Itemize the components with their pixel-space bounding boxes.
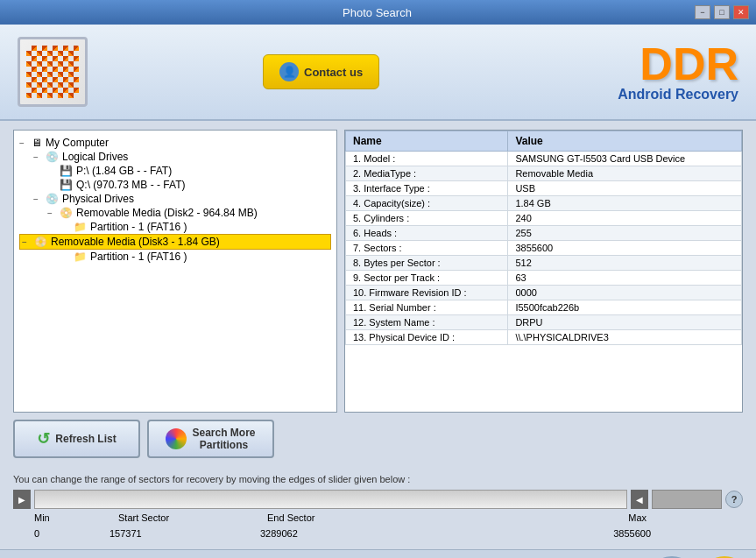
- disk2-partition1-label: Partition - 1 (FAT16 ): [90, 221, 187, 233]
- table-row: 6. Heads :255: [346, 226, 742, 241]
- q-drive-item[interactable]: 💾 Q:\ (970.73 MB - - FAT): [19, 178, 331, 192]
- prop-name: 8. Bytes per Sector :: [346, 256, 508, 271]
- header: 👤 Contact us DDR Android Recovery: [0, 25, 756, 121]
- prop-value: DRPU: [508, 315, 742, 330]
- partition-icon: 📁: [74, 251, 87, 263]
- partition-icon: 📁: [74, 221, 87, 233]
- prop-name: 2. MediaType :: [346, 166, 508, 181]
- expand-icon: −: [33, 152, 42, 162]
- slider-track[interactable]: [34, 490, 627, 509]
- spacer: [47, 180, 56, 190]
- prop-value: \\.\PHYSICALDRIVE3: [508, 330, 742, 345]
- prop-value: 3855600: [508, 241, 742, 256]
- col-name-header: Name: [346, 131, 508, 152]
- contact-icon: 👤: [279, 62, 299, 81]
- refresh-label: Refresh List: [55, 433, 116, 445]
- logical-drives-node[interactable]: − 💿 Logical Drives: [19, 150, 331, 164]
- table-row: 9. Sector per Track :63: [346, 271, 742, 286]
- prop-name: 5. Cylinders :: [346, 211, 508, 226]
- search-partitions-icon: [166, 428, 187, 449]
- spacer: [47, 166, 56, 176]
- prop-name: 10. Firmware Revision ID :: [346, 286, 508, 300]
- table-row: 11. Serial Number :I5500fcab226b: [346, 300, 742, 315]
- properties-table: Name Value 1. Model :SAMSUNG GT-I5503 Ca…: [345, 131, 742, 345]
- search-partitions-button[interactable]: Search More Partitions: [147, 420, 274, 458]
- disk3-partition1[interactable]: 📁 Partition - 1 (FAT16 ): [19, 250, 331, 264]
- prop-value: USB: [508, 181, 742, 196]
- window-title: Photo Search: [60, 6, 695, 19]
- computer-icon: 🖥: [32, 137, 42, 149]
- prop-name: 13. Physical Device ID :: [346, 330, 508, 345]
- drive-icon: 💾: [60, 165, 73, 177]
- refresh-button[interactable]: ↺ Refresh List: [13, 420, 140, 458]
- tree-root-label: My Computer: [46, 137, 109, 149]
- main-content: − 🖥 My Computer − 💿 Logical Drives 💾 P:\…: [0, 121, 756, 467]
- search-partitions-label: Search More Partitions: [192, 427, 255, 451]
- minimize-button[interactable]: −: [695, 5, 710, 19]
- min-value: 0: [34, 528, 39, 539]
- expand-icon: −: [47, 208, 56, 218]
- slider-track-right: [652, 490, 722, 509]
- start-value: 157371: [110, 528, 142, 539]
- table-row: 4. Capacity(size) :1.84 GB: [346, 196, 742, 211]
- slider-labels-row: Min Start Sector End Sector Max: [13, 511, 743, 526]
- prop-name: 11. Serial Number :: [346, 300, 508, 315]
- prop-name: 1. Model :: [346, 152, 508, 166]
- disk3-label: Removable Media (Disk3 - 1.84 GB): [51, 236, 220, 248]
- disk3-partition1-label: Partition - 1 (FAT16 ): [90, 251, 187, 263]
- table-row: 3. Interface Type :USB: [346, 181, 742, 196]
- slider-row: ▶ ◀ ?: [13, 490, 743, 509]
- panels: − 🖥 My Computer − 💿 Logical Drives 💾 P:\…: [13, 130, 743, 413]
- min-label: Min: [34, 512, 50, 523]
- p-drive-label: P:\ (1.84 GB - - FAT): [76, 165, 172, 177]
- prop-value: SAMSUNG GT-I5503 Card USB Device: [508, 152, 742, 166]
- prop-name: 7. Sectors :: [346, 241, 508, 256]
- ddr-logo-text: DDR: [618, 41, 738, 87]
- prop-name: 9. Sector per Track :: [346, 271, 508, 286]
- slider-left-arrow[interactable]: ▶: [13, 490, 31, 509]
- slider-label: You can change the range of sectors for …: [13, 474, 743, 484]
- refresh-icon: ↺: [37, 429, 50, 449]
- spacer: [61, 252, 70, 262]
- disk-icon: 📀: [34, 236, 47, 248]
- prop-name: 3. Interface Type :: [346, 181, 508, 196]
- contact-button[interactable]: 👤 Contact us: [263, 54, 379, 89]
- disk-icon: 📀: [60, 207, 73, 219]
- disk2-partition1[interactable]: 📁 Partition - 1 (FAT16 ): [19, 220, 331, 234]
- p-drive-item[interactable]: 💾 P:\ (1.84 GB - - FAT): [19, 164, 331, 178]
- help-icon[interactable]: ?: [725, 491, 743, 508]
- prop-name: 4. Capacity(size) :: [346, 196, 508, 211]
- properties-panel: Name Value 1. Model :SAMSUNG GT-I5503 Ca…: [344, 130, 743, 413]
- table-row: 12. System Name :DRPU: [346, 315, 742, 330]
- logo-icon: [26, 46, 79, 98]
- close-button[interactable]: ✕: [733, 5, 749, 19]
- q-drive-label: Q:\ (970.73 MB - - FAT): [76, 179, 185, 191]
- max-label: Max: [628, 512, 646, 523]
- table-row: 8. Bytes per Sector :512: [346, 256, 742, 271]
- prop-name: 12. System Name :: [346, 315, 508, 330]
- physical-drives-node[interactable]: − 💿 Physical Drives: [19, 192, 331, 206]
- tree-root[interactable]: − 🖥 My Computer: [19, 136, 331, 150]
- slider-section: You can change the range of sectors for …: [0, 467, 756, 549]
- drive-icon: 💾: [60, 179, 73, 191]
- app-logo: [18, 37, 88, 107]
- slider-right-arrow[interactable]: ◀: [631, 490, 648, 509]
- physical-drives-icon: 💿: [46, 193, 59, 205]
- table-row: 5. Cylinders :240: [346, 211, 742, 226]
- info-bar: i Select the Drive (from which you want …: [0, 549, 756, 558]
- prop-value: Removable Media: [508, 166, 742, 181]
- maximize-button[interactable]: □: [714, 5, 730, 19]
- disk2-label: Removable Media (Disk2 - 964.84 MB): [76, 207, 258, 219]
- disk2-node[interactable]: − 📀 Removable Media (Disk2 - 964.84 MB): [19, 206, 331, 220]
- expand-icon: −: [22, 237, 31, 247]
- physical-drives-label: Physical Drives: [62, 193, 134, 205]
- tree-panel: − 🖥 My Computer − 💿 Logical Drives 💾 P:\…: [13, 130, 337, 413]
- disk3-node[interactable]: − 📀 Removable Media (Disk3 - 1.84 GB): [19, 234, 331, 250]
- slider-values-row: 0 157371 3289062 3855600: [13, 526, 743, 542]
- expand-icon: −: [19, 138, 28, 148]
- prop-value: 0000: [508, 286, 742, 300]
- max-value: 3855600: [613, 528, 651, 539]
- start-sector-label: Start Sector: [118, 512, 169, 523]
- prop-value: 1.84 GB: [508, 196, 742, 211]
- table-row: 2. MediaType :Removable Media: [346, 166, 742, 181]
